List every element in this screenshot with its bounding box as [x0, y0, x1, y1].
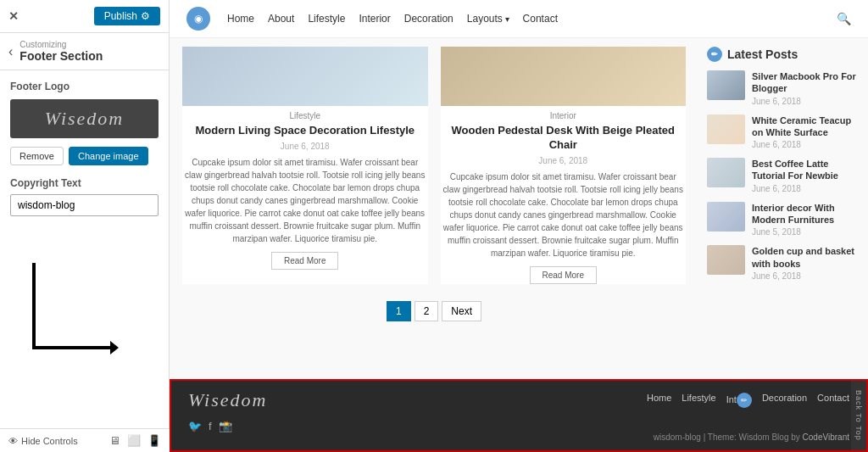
nav-item-interior[interactable]: Interior — [359, 13, 390, 25]
footer-nav-home[interactable]: Home — [647, 393, 671, 408]
latest-post-date-2: June 6, 2018 — [752, 140, 860, 149]
mobile-icon[interactable]: 📱 — [147, 434, 161, 447]
hide-controls-label: Hide Controls — [21, 436, 78, 446]
footer-top: Wisedom Home Lifestyle Int✏ Decoration C… — [188, 389, 849, 411]
eye-icon: 👁 — [8, 436, 18, 446]
hide-controls-button[interactable]: 👁 Hide Controls — [8, 436, 78, 446]
footer-logo-label: Footer Logo — [10, 81, 159, 92]
latest-post-name-3[interactable]: Best Coffee Latte Tutorial For Newbie — [752, 158, 860, 182]
close-button[interactable]: ✕ — [8, 9, 19, 23]
footer-inner: Wisedom Home Lifestyle Int✏ Decoration C… — [188, 389, 849, 442]
latest-post-name-4[interactable]: Interior decor With Modern Furnitures — [752, 202, 860, 226]
footer-logo: Wisedom — [188, 389, 267, 411]
gear-icon: ⚙ — [141, 10, 150, 22]
back-button[interactable]: ‹ — [8, 44, 13, 59]
tablet-icon[interactable]: ⬜ — [127, 434, 141, 447]
logo-preview: Wisedom — [10, 99, 159, 138]
footer-social: 🐦 f 📸 — [188, 420, 849, 432]
read-more-button-1[interactable]: Read More — [271, 252, 338, 270]
post-category-1: Lifestyle — [182, 111, 428, 120]
copyright-link[interactable]: CodeVibrant — [803, 432, 849, 442]
latest-post-name-1[interactable]: Silver Macbook Pro For Blogger — [752, 70, 860, 95]
latest-post-item-3: Best Coffee Latte Tutorial For Newbie Ju… — [707, 158, 860, 193]
post-category-2: Interior — [441, 111, 687, 120]
footer-nav: Home Lifestyle Int✏ Decoration Contact — [647, 393, 849, 408]
post-date-1: June 6, 2018 — [182, 142, 428, 151]
latest-post-thumb-5 — [707, 245, 745, 275]
footer-copyright: wisdom-blog | Theme: Wisdom Blog by Code… — [654, 432, 849, 442]
bottom-toolbar: 👁 Hide Controls 🖥 ⬜ 📱 — [0, 428, 170, 452]
latest-post-info-4: Interior decor With Modern Furnitures Ju… — [752, 202, 860, 237]
nav-item-home[interactable]: Home — [227, 13, 254, 25]
post-title-2: Wooden Pedestal Desk With Beige Pleated … — [441, 124, 687, 153]
panel-header: ✕ Publish ⚙ — [0, 0, 169, 33]
customizer-panel: ✕ Publish ⚙ ‹ Customizing Footer Section… — [0, 0, 170, 452]
main-posts: Lifestyle Modern Living Space Decoration… — [170, 38, 698, 379]
copyright-label: Copyright Text — [10, 177, 159, 189]
post-excerpt-1: Cupcake ipsum dolor sit amet tiramisu. W… — [182, 156, 428, 245]
panel-nav-text: Customizing Footer Section — [19, 40, 103, 63]
nav-item-decoration[interactable]: Decoration — [404, 13, 453, 25]
desktop-icon[interactable]: 🖥 — [109, 434, 120, 447]
footer-nav-contact[interactable]: Contact — [817, 393, 849, 408]
change-image-button[interactable]: Change image — [69, 147, 148, 165]
site-nav: ◉ Home About Lifestyle Interior Decorati… — [170, 0, 868, 38]
post-image-2 — [441, 47, 687, 106]
logo-preview-text: Wisedom — [45, 108, 124, 129]
latest-posts-label: Latest Posts — [727, 47, 798, 61]
copyright-input[interactable] — [10, 194, 159, 216]
next-page-button[interactable]: Next — [442, 301, 481, 321]
nav-item-layouts[interactable]: Layouts — [467, 13, 509, 25]
latest-post-date-3: June 6, 2018 — [752, 184, 860, 193]
latest-post-thumb-3 — [707, 158, 745, 187]
latest-post-item-2: White Ceramic Teacup on White Surface Ju… — [707, 114, 860, 150]
panel-title: Footer Section — [19, 49, 103, 63]
post-image-1 — [182, 47, 428, 106]
sidebar: ✏ Latest Posts Silver Macbook Pro For Bl… — [698, 38, 868, 379]
nav-item-about[interactable]: About — [268, 13, 294, 25]
breadcrumb: Customizing — [19, 40, 103, 49]
page-button-2[interactable]: 2 — [415, 301, 439, 321]
post-excerpt-2: Cupcake ipsum dolor sit amet tiramisu. W… — [441, 170, 687, 259]
post-title-1: Modern Living Space Decoration Lifestyle — [182, 124, 428, 138]
instagram-icon[interactable]: 📸 — [219, 420, 232, 432]
latest-post-name-2[interactable]: White Ceramic Teacup on White Surface — [752, 114, 860, 139]
panel-nav: ‹ Customizing Footer Section — [0, 33, 169, 70]
footer-nav-decoration[interactable]: Decoration — [762, 393, 807, 408]
remove-button[interactable]: Remove — [10, 147, 64, 165]
latest-post-thumb-2 — [707, 114, 745, 144]
edit-icon[interactable]: ✏ — [707, 47, 722, 62]
latest-posts-title: ✏ Latest Posts — [707, 47, 860, 62]
latest-post-thumb-4 — [707, 202, 745, 232]
footer-nav-interior-with-icon: Int✏ — [726, 393, 752, 408]
panel-body: Footer Logo Wisedom Remove Change image … — [0, 70, 169, 452]
latest-post-date-4: June 5, 2018 — [752, 227, 860, 237]
latest-post-info-1: Silver Macbook Pro For Blogger June 6, 2… — [752, 70, 860, 106]
latest-post-info-2: White Ceramic Teacup on White Surface Ju… — [752, 114, 860, 150]
footer-bottom: wisdom-blog | Theme: Wisdom Blog by Code… — [188, 432, 849, 442]
copyright-text: wisdom-blog | Theme: Wisdom Blog by — [654, 432, 800, 442]
page-button-1[interactable]: 1 — [387, 301, 411, 321]
latest-post-info-3: Best Coffee Latte Tutorial For Newbie Ju… — [752, 158, 860, 193]
content-layout: Lifestyle Modern Living Space Decoration… — [170, 38, 868, 379]
post-image-bg-2 — [441, 47, 687, 106]
nav-item-contact[interactable]: Contact — [523, 13, 558, 25]
pagination: 1 2 Next — [182, 294, 686, 328]
footer-edit-icon[interactable]: ✏ — [737, 393, 752, 408]
main-area: ◉ Home About Lifestyle Interior Decorati… — [170, 0, 868, 452]
publish-button[interactable]: Publish ⚙ — [94, 7, 160, 25]
read-more-button-2[interactable]: Read More — [530, 266, 597, 284]
facebook-icon[interactable]: f — [209, 420, 212, 432]
latest-post-name-5[interactable]: Golden cup and basket with books — [752, 245, 860, 270]
latest-post-thumb-1 — [707, 70, 745, 100]
search-icon[interactable]: 🔍 — [837, 12, 851, 25]
back-to-top-button[interactable]: Back To Top — [851, 381, 866, 450]
nav-items: Home About Lifestyle Interior Decoration… — [227, 13, 558, 25]
post-card-2: Interior Wooden Pedestal Desk With Beige… — [441, 47, 687, 284]
nav-item-lifestyle[interactable]: Lifestyle — [308, 13, 345, 25]
latest-post-date-1: June 6, 2018 — [752, 97, 860, 106]
latest-post-info-5: Golden cup and basket with books June 6,… — [752, 245, 860, 281]
footer-nav-lifestyle[interactable]: Lifestyle — [682, 393, 715, 408]
twitter-icon[interactable]: 🐦 — [188, 420, 202, 432]
latest-post-item-5: Golden cup and basket with books June 6,… — [707, 245, 860, 281]
